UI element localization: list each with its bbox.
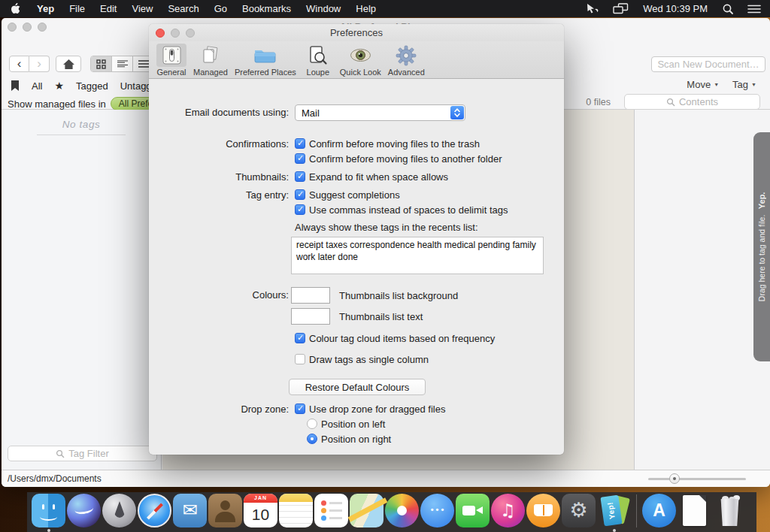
checkbox-unchecked-icon[interactable] — [295, 354, 305, 364]
menu-help[interactable]: Help — [348, 0, 383, 17]
suggest-completions-checkbox-row[interactable]: Suggest completions — [295, 189, 564, 201]
tab-managed[interactable]: Managed — [193, 44, 228, 77]
dock-app-store-icon[interactable] — [642, 494, 676, 527]
checkbox-checked-icon[interactable] — [295, 171, 305, 182]
dock-safari-icon[interactable] — [138, 494, 171, 527]
confirm-trash-checkbox-row[interactable]: Confirm before moving files to the trash — [295, 138, 564, 150]
displays-icon[interactable] — [606, 3, 635, 14]
background-colour-well[interactable] — [291, 287, 330, 304]
dock-facetime-icon[interactable] — [456, 494, 490, 527]
expand-fit-checkbox-row[interactable]: Expand to fit when space allows — [295, 171, 564, 183]
dock-siri-icon[interactable] — [67, 494, 101, 527]
dock-document-icon[interactable] — [678, 494, 711, 527]
home-button[interactable] — [56, 56, 81, 72]
back-button[interactable]: ‹ — [9, 56, 29, 72]
position-right-radio-row[interactable]: Position on right — [307, 433, 564, 445]
dock-maps-icon[interactable] — [350, 494, 383, 527]
text-colour-well[interactable] — [291, 308, 330, 325]
dock-calendar-icon[interactable]: JAN 10 — [244, 494, 277, 527]
use-commas-checkbox-row[interactable]: Use commas instead of spaces to delimit … — [295, 204, 564, 216]
checkbox-checked-icon[interactable] — [295, 204, 305, 215]
single-column-checkbox-row[interactable]: Draw tags as single column — [295, 353, 564, 365]
notification-center-icon[interactable] — [741, 4, 770, 14]
grid-view-button[interactable] — [91, 56, 112, 71]
email-app-popup[interactable]: Mail — [295, 104, 465, 121]
confirmations-label: Confirmations: — [149, 138, 295, 150]
menu-file[interactable]: File — [62, 0, 92, 17]
checkbox-checked-icon[interactable] — [295, 404, 305, 414]
dock-yep-icon[interactable]: Yep! — [597, 494, 631, 527]
tab-quick-look[interactable]: Quick Look — [340, 44, 381, 77]
home-icon — [62, 59, 75, 70]
restore-default-colours-button[interactable]: Restore Default Colours — [289, 379, 426, 395]
apple-menu-icon[interactable] — [0, 3, 29, 14]
menu-view[interactable]: View — [124, 0, 160, 17]
tag-filter-field[interactable]: Tag Filter — [8, 446, 157, 461]
menu-app-yep[interactable]: Yep — [29, 0, 62, 17]
tab-preferred-places[interactable]: Preferred Places — [235, 44, 296, 77]
menu-edit[interactable]: Edit — [92, 0, 124, 17]
tag-menu[interactable]: Tag▼ — [732, 79, 756, 90]
checkbox-checked-icon[interactable] — [295, 333, 305, 343]
use-drop-zone-checkbox-row[interactable]: Use drop zone for dragged files — [295, 403, 564, 415]
list-detail-view-button[interactable] — [112, 56, 133, 71]
menu-search[interactable]: Search — [160, 0, 206, 17]
checkbox-checked-icon[interactable] — [295, 138, 305, 149]
checkbox-checked-icon[interactable] — [295, 153, 305, 164]
no-tags-label: No tags — [2, 119, 161, 130]
dock-itunes-icon[interactable] — [491, 494, 525, 527]
move-menu[interactable]: Move▼ — [687, 79, 719, 90]
colours-label: Colours: — [149, 286, 295, 301]
dock-system-preferences-icon[interactable] — [562, 494, 596, 527]
radio-unselected-icon[interactable] — [307, 419, 317, 429]
show-managed-label: Show managed files in — [8, 98, 106, 110]
menu-window[interactable]: Window — [299, 0, 348, 17]
dock-trash-icon[interactable] — [713, 494, 747, 527]
divider — [37, 135, 126, 135]
tag-entry-label: Tag entry: — [149, 189, 295, 201]
dock-photos-icon[interactable] — [385, 494, 419, 527]
bookmark-icon[interactable] — [11, 80, 20, 92]
spotlight-search-icon[interactable] — [715, 3, 741, 15]
filter-tagged[interactable]: Tagged — [76, 80, 108, 92]
dock-mail-icon[interactable] — [173, 494, 207, 527]
contents-search-field[interactable]: Contents — [624, 94, 760, 110]
checkbox-checked-icon[interactable] — [295, 189, 305, 200]
desktop: Yep File Edit View Search Go Bookmarks W… — [0, 0, 770, 532]
menu-clock[interactable]: Wed 10:39 PM — [635, 3, 715, 14]
dock-finder-icon[interactable] — [32, 494, 65, 527]
dock-messages-icon[interactable] — [420, 494, 454, 527]
tags-sidebar: No tags Tag Filter — [2, 110, 162, 470]
dock-notes-icon[interactable] — [279, 494, 313, 527]
current-path-label: /Users/dmx/Documents — [8, 473, 102, 484]
forward-button[interactable]: › — [29, 56, 50, 72]
tab-general[interactable]: General — [156, 44, 186, 77]
scan-new-document-button[interactable]: Scan New Document… — [651, 56, 765, 72]
drop-zone-label: Drop zone: — [149, 403, 295, 415]
dock-reminders-icon[interactable] — [314, 494, 348, 527]
dock-launchpad-icon[interactable] — [102, 494, 136, 527]
filter-all[interactable]: All — [32, 80, 42, 92]
position-left-radio-row[interactable]: Position on left — [307, 418, 564, 430]
preferences-content: Email documents using: Mail Confirmation… — [149, 79, 564, 455]
menu-go[interactable]: Go — [207, 0, 235, 17]
recent-tags-textarea[interactable]: receipt taxes correspondence health medi… — [291, 237, 544, 274]
preferences-title-bar[interactable]: Preferences — [149, 24, 564, 41]
dock-ibooks-icon[interactable] — [526, 494, 560, 527]
dock-contacts-icon[interactable] — [208, 494, 242, 527]
colour-frequency-checkbox-row[interactable]: Colour tag cloud items based on frequenc… — [295, 332, 564, 344]
tab-advanced[interactable]: Advanced — [388, 44, 425, 77]
slider-knob[interactable] — [669, 473, 680, 484]
light-switch-icon — [156, 44, 186, 67]
radio-selected-icon[interactable] — [307, 434, 317, 444]
file-count-label: 0 files — [586, 97, 611, 107]
eye-icon — [345, 44, 375, 67]
confirm-move-checkbox-row[interactable]: Confirm before moving files to another f… — [295, 153, 564, 165]
tab-loupe[interactable]: Loupe — [303, 44, 333, 77]
drag-here-tab[interactable]: Drag here to tag and file. Yep. — [753, 132, 770, 361]
thumbnail-size-slider[interactable] — [648, 478, 746, 480]
drag-tab-brand: Yep. — [757, 192, 766, 210]
preview-pane — [634, 110, 770, 470]
menu-bookmarks[interactable]: Bookmarks — [235, 0, 299, 17]
star-icon[interactable]: ★ — [54, 80, 64, 92]
